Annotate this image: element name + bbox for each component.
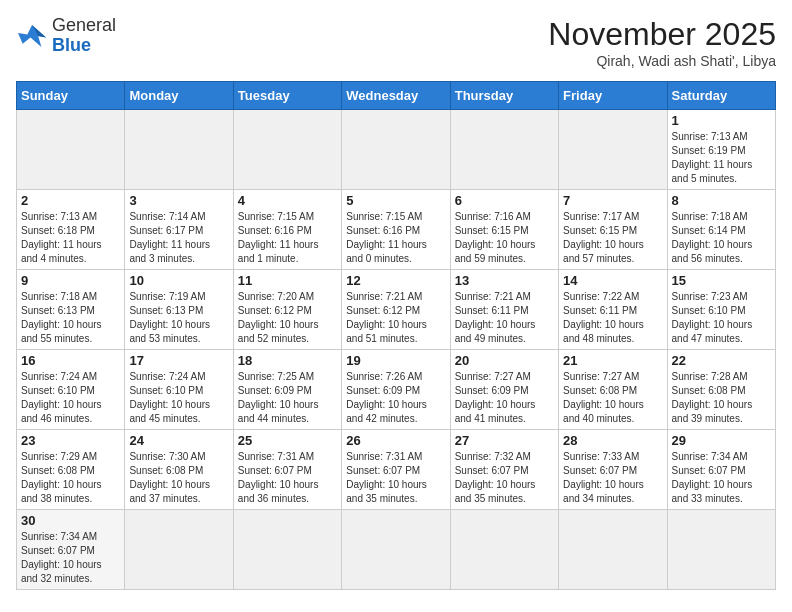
calendar-cell: 23Sunrise: 7:29 AM Sunset: 6:08 PM Dayli… bbox=[17, 430, 125, 510]
calendar-cell: 26Sunrise: 7:31 AM Sunset: 6:07 PM Dayli… bbox=[342, 430, 450, 510]
day-info: Sunrise: 7:13 AM Sunset: 6:18 PM Dayligh… bbox=[21, 210, 120, 266]
calendar-cell bbox=[450, 110, 558, 190]
day-info: Sunrise: 7:34 AM Sunset: 6:07 PM Dayligh… bbox=[21, 530, 120, 586]
day-info: Sunrise: 7:22 AM Sunset: 6:11 PM Dayligh… bbox=[563, 290, 662, 346]
day-info: Sunrise: 7:24 AM Sunset: 6:10 PM Dayligh… bbox=[129, 370, 228, 426]
day-number: 16 bbox=[21, 353, 120, 368]
calendar-row: 1Sunrise: 7:13 AM Sunset: 6:19 PM Daylig… bbox=[17, 110, 776, 190]
calendar-cell: 20Sunrise: 7:27 AM Sunset: 6:09 PM Dayli… bbox=[450, 350, 558, 430]
weekday-header-thursday: Thursday bbox=[450, 82, 558, 110]
day-info: Sunrise: 7:21 AM Sunset: 6:12 PM Dayligh… bbox=[346, 290, 445, 346]
calendar-cell: 2Sunrise: 7:13 AM Sunset: 6:18 PM Daylig… bbox=[17, 190, 125, 270]
calendar-cell: 4Sunrise: 7:15 AM Sunset: 6:16 PM Daylig… bbox=[233, 190, 341, 270]
day-number: 23 bbox=[21, 433, 120, 448]
calendar-cell: 15Sunrise: 7:23 AM Sunset: 6:10 PM Dayli… bbox=[667, 270, 775, 350]
calendar-cell: 17Sunrise: 7:24 AM Sunset: 6:10 PM Dayli… bbox=[125, 350, 233, 430]
calendar-row: 30Sunrise: 7:34 AM Sunset: 6:07 PM Dayli… bbox=[17, 510, 776, 590]
calendar-cell bbox=[125, 110, 233, 190]
calendar-cell bbox=[667, 510, 775, 590]
calendar-cell: 13Sunrise: 7:21 AM Sunset: 6:11 PM Dayli… bbox=[450, 270, 558, 350]
day-number: 10 bbox=[129, 273, 228, 288]
logo-text: General Blue bbox=[52, 16, 116, 56]
calendar-row: 9Sunrise: 7:18 AM Sunset: 6:13 PM Daylig… bbox=[17, 270, 776, 350]
day-number: 27 bbox=[455, 433, 554, 448]
day-info: Sunrise: 7:31 AM Sunset: 6:07 PM Dayligh… bbox=[346, 450, 445, 506]
day-number: 15 bbox=[672, 273, 771, 288]
day-number: 4 bbox=[238, 193, 337, 208]
day-info: Sunrise: 7:27 AM Sunset: 6:09 PM Dayligh… bbox=[455, 370, 554, 426]
day-info: Sunrise: 7:19 AM Sunset: 6:13 PM Dayligh… bbox=[129, 290, 228, 346]
day-number: 21 bbox=[563, 353, 662, 368]
calendar-cell: 6Sunrise: 7:16 AM Sunset: 6:15 PM Daylig… bbox=[450, 190, 558, 270]
title-area: November 2025 Qirah, Wadi ash Shati', Li… bbox=[548, 16, 776, 69]
weekday-header-sunday: Sunday bbox=[17, 82, 125, 110]
day-number: 29 bbox=[672, 433, 771, 448]
day-info: Sunrise: 7:34 AM Sunset: 6:07 PM Dayligh… bbox=[672, 450, 771, 506]
calendar-cell: 11Sunrise: 7:20 AM Sunset: 6:12 PM Dayli… bbox=[233, 270, 341, 350]
day-info: Sunrise: 7:24 AM Sunset: 6:10 PM Dayligh… bbox=[21, 370, 120, 426]
day-info: Sunrise: 7:15 AM Sunset: 6:16 PM Dayligh… bbox=[238, 210, 337, 266]
calendar-cell: 5Sunrise: 7:15 AM Sunset: 6:16 PM Daylig… bbox=[342, 190, 450, 270]
weekday-header-monday: Monday bbox=[125, 82, 233, 110]
weekday-header-row: SundayMondayTuesdayWednesdayThursdayFrid… bbox=[17, 82, 776, 110]
day-info: Sunrise: 7:18 AM Sunset: 6:13 PM Dayligh… bbox=[21, 290, 120, 346]
day-number: 8 bbox=[672, 193, 771, 208]
calendar-cell: 3Sunrise: 7:14 AM Sunset: 6:17 PM Daylig… bbox=[125, 190, 233, 270]
day-number: 24 bbox=[129, 433, 228, 448]
day-info: Sunrise: 7:13 AM Sunset: 6:19 PM Dayligh… bbox=[672, 130, 771, 186]
day-info: Sunrise: 7:30 AM Sunset: 6:08 PM Dayligh… bbox=[129, 450, 228, 506]
calendar-cell bbox=[342, 110, 450, 190]
calendar-cell bbox=[342, 510, 450, 590]
location-subtitle: Qirah, Wadi ash Shati', Libya bbox=[548, 53, 776, 69]
logo: General Blue bbox=[16, 16, 116, 56]
calendar-cell bbox=[233, 110, 341, 190]
day-info: Sunrise: 7:25 AM Sunset: 6:09 PM Dayligh… bbox=[238, 370, 337, 426]
day-number: 20 bbox=[455, 353, 554, 368]
day-info: Sunrise: 7:33 AM Sunset: 6:07 PM Dayligh… bbox=[563, 450, 662, 506]
calendar-cell: 24Sunrise: 7:30 AM Sunset: 6:08 PM Dayli… bbox=[125, 430, 233, 510]
calendar-cell: 12Sunrise: 7:21 AM Sunset: 6:12 PM Dayli… bbox=[342, 270, 450, 350]
day-number: 22 bbox=[672, 353, 771, 368]
calendar-cell: 10Sunrise: 7:19 AM Sunset: 6:13 PM Dayli… bbox=[125, 270, 233, 350]
day-info: Sunrise: 7:14 AM Sunset: 6:17 PM Dayligh… bbox=[129, 210, 228, 266]
calendar-cell: 30Sunrise: 7:34 AM Sunset: 6:07 PM Dayli… bbox=[17, 510, 125, 590]
day-number: 28 bbox=[563, 433, 662, 448]
calendar-cell bbox=[17, 110, 125, 190]
day-number: 1 bbox=[672, 113, 771, 128]
calendar-cell bbox=[233, 510, 341, 590]
header: General Blue November 2025 Qirah, Wadi a… bbox=[16, 16, 776, 69]
calendar-cell bbox=[125, 510, 233, 590]
calendar-cell: 16Sunrise: 7:24 AM Sunset: 6:10 PM Dayli… bbox=[17, 350, 125, 430]
calendar-cell: 14Sunrise: 7:22 AM Sunset: 6:11 PM Dayli… bbox=[559, 270, 667, 350]
calendar-cell: 27Sunrise: 7:32 AM Sunset: 6:07 PM Dayli… bbox=[450, 430, 558, 510]
day-info: Sunrise: 7:16 AM Sunset: 6:15 PM Dayligh… bbox=[455, 210, 554, 266]
day-number: 19 bbox=[346, 353, 445, 368]
day-info: Sunrise: 7:31 AM Sunset: 6:07 PM Dayligh… bbox=[238, 450, 337, 506]
day-info: Sunrise: 7:26 AM Sunset: 6:09 PM Dayligh… bbox=[346, 370, 445, 426]
day-number: 9 bbox=[21, 273, 120, 288]
day-info: Sunrise: 7:17 AM Sunset: 6:15 PM Dayligh… bbox=[563, 210, 662, 266]
day-number: 11 bbox=[238, 273, 337, 288]
day-info: Sunrise: 7:21 AM Sunset: 6:11 PM Dayligh… bbox=[455, 290, 554, 346]
day-info: Sunrise: 7:23 AM Sunset: 6:10 PM Dayligh… bbox=[672, 290, 771, 346]
weekday-header-wednesday: Wednesday bbox=[342, 82, 450, 110]
calendar-cell: 21Sunrise: 7:27 AM Sunset: 6:08 PM Dayli… bbox=[559, 350, 667, 430]
day-number: 30 bbox=[21, 513, 120, 528]
calendar-cell: 28Sunrise: 7:33 AM Sunset: 6:07 PM Dayli… bbox=[559, 430, 667, 510]
day-info: Sunrise: 7:18 AM Sunset: 6:14 PM Dayligh… bbox=[672, 210, 771, 266]
calendar-cell bbox=[450, 510, 558, 590]
day-number: 14 bbox=[563, 273, 662, 288]
calendar-cell: 7Sunrise: 7:17 AM Sunset: 6:15 PM Daylig… bbox=[559, 190, 667, 270]
day-info: Sunrise: 7:15 AM Sunset: 6:16 PM Dayligh… bbox=[346, 210, 445, 266]
calendar-table: SundayMondayTuesdayWednesdayThursdayFrid… bbox=[16, 81, 776, 590]
calendar-row: 2Sunrise: 7:13 AM Sunset: 6:18 PM Daylig… bbox=[17, 190, 776, 270]
logo-icon bbox=[16, 22, 48, 50]
day-number: 13 bbox=[455, 273, 554, 288]
day-number: 18 bbox=[238, 353, 337, 368]
day-number: 12 bbox=[346, 273, 445, 288]
day-number: 6 bbox=[455, 193, 554, 208]
day-number: 2 bbox=[21, 193, 120, 208]
day-number: 25 bbox=[238, 433, 337, 448]
day-info: Sunrise: 7:27 AM Sunset: 6:08 PM Dayligh… bbox=[563, 370, 662, 426]
calendar-cell: 1Sunrise: 7:13 AM Sunset: 6:19 PM Daylig… bbox=[667, 110, 775, 190]
